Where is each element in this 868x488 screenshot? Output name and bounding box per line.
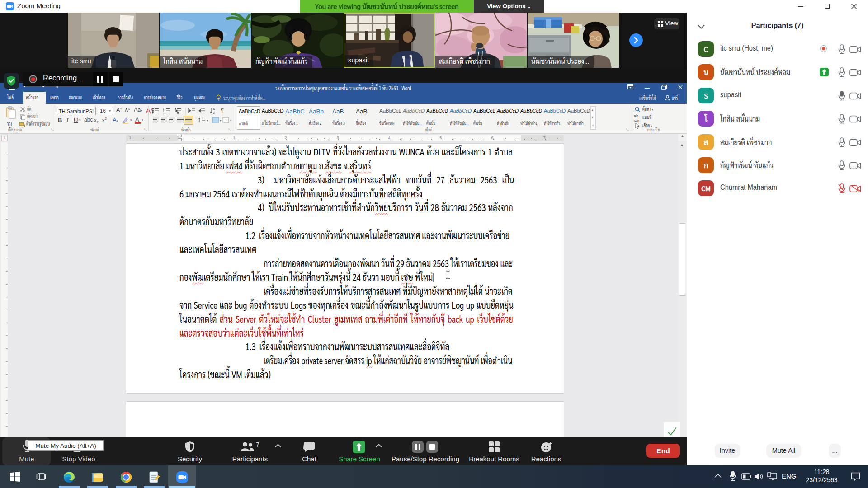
svg-text:A: A bbox=[213, 108, 215, 111]
svg-text:3: 3 bbox=[163, 112, 164, 114]
svg-text:Z: Z bbox=[213, 111, 215, 114]
